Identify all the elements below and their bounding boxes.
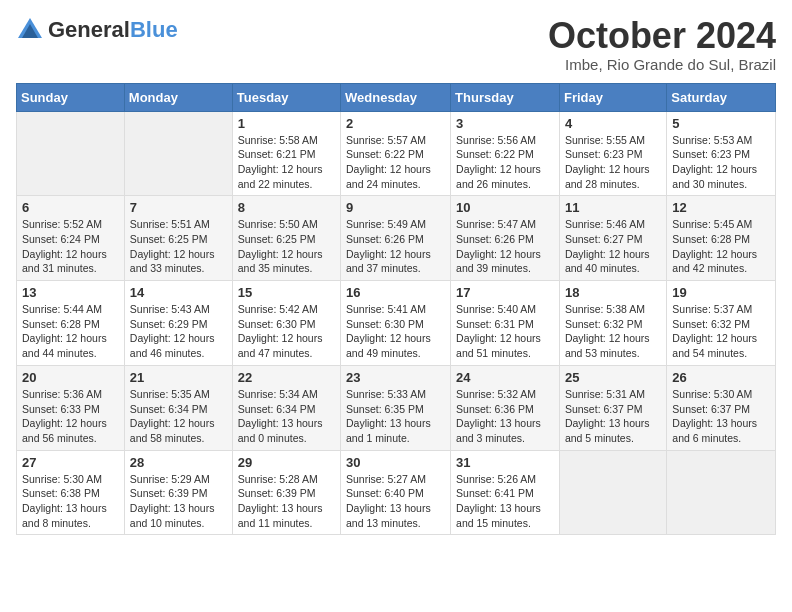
- day-number: 17: [456, 285, 554, 300]
- calendar-day-cell: 4Sunrise: 5:55 AM Sunset: 6:23 PM Daylig…: [559, 111, 666, 196]
- day-of-week-header: Friday: [559, 83, 666, 111]
- calendar-day-cell: 11Sunrise: 5:46 AM Sunset: 6:27 PM Dayli…: [559, 196, 666, 281]
- day-number: 18: [565, 285, 661, 300]
- day-of-week-header: Wednesday: [341, 83, 451, 111]
- day-number: 11: [565, 200, 661, 215]
- day-number: 19: [672, 285, 770, 300]
- day-of-week-header: Saturday: [667, 83, 776, 111]
- day-info: Sunrise: 5:29 AM Sunset: 6:39 PM Dayligh…: [130, 473, 215, 529]
- day-info: Sunrise: 5:52 AM Sunset: 6:24 PM Dayligh…: [22, 218, 107, 274]
- day-info: Sunrise: 5:44 AM Sunset: 6:28 PM Dayligh…: [22, 303, 107, 359]
- day-number: 16: [346, 285, 445, 300]
- day-info: Sunrise: 5:53 AM Sunset: 6:23 PM Dayligh…: [672, 134, 757, 190]
- day-number: 21: [130, 370, 227, 385]
- day-of-week-header: Tuesday: [232, 83, 340, 111]
- day-info: Sunrise: 5:58 AM Sunset: 6:21 PM Dayligh…: [238, 134, 323, 190]
- day-number: 4: [565, 116, 661, 131]
- day-number: 25: [565, 370, 661, 385]
- day-info: Sunrise: 5:43 AM Sunset: 6:29 PM Dayligh…: [130, 303, 215, 359]
- calendar-week-row: 20Sunrise: 5:36 AM Sunset: 6:33 PM Dayli…: [17, 365, 776, 450]
- day-number: 31: [456, 455, 554, 470]
- title-area: October 2024 Imbe, Rio Grande do Sul, Br…: [548, 16, 776, 73]
- day-number: 5: [672, 116, 770, 131]
- day-number: 1: [238, 116, 335, 131]
- day-number: 26: [672, 370, 770, 385]
- day-info: Sunrise: 5:57 AM Sunset: 6:22 PM Dayligh…: [346, 134, 431, 190]
- calendar-day-cell: [17, 111, 125, 196]
- day-number: 9: [346, 200, 445, 215]
- day-number: 7: [130, 200, 227, 215]
- calendar-day-cell: 14Sunrise: 5:43 AM Sunset: 6:29 PM Dayli…: [124, 281, 232, 366]
- day-info: Sunrise: 5:38 AM Sunset: 6:32 PM Dayligh…: [565, 303, 650, 359]
- day-info: Sunrise: 5:45 AM Sunset: 6:28 PM Dayligh…: [672, 218, 757, 274]
- day-number: 28: [130, 455, 227, 470]
- calendar-day-cell: 3Sunrise: 5:56 AM Sunset: 6:22 PM Daylig…: [451, 111, 560, 196]
- calendar-day-cell: 8Sunrise: 5:50 AM Sunset: 6:25 PM Daylig…: [232, 196, 340, 281]
- calendar-day-cell: 21Sunrise: 5:35 AM Sunset: 6:34 PM Dayli…: [124, 365, 232, 450]
- day-info: Sunrise: 5:34 AM Sunset: 6:34 PM Dayligh…: [238, 388, 323, 444]
- day-info: Sunrise: 5:33 AM Sunset: 6:35 PM Dayligh…: [346, 388, 431, 444]
- day-number: 15: [238, 285, 335, 300]
- day-number: 30: [346, 455, 445, 470]
- calendar-day-cell: 20Sunrise: 5:36 AM Sunset: 6:33 PM Dayli…: [17, 365, 125, 450]
- day-number: 12: [672, 200, 770, 215]
- day-info: Sunrise: 5:41 AM Sunset: 6:30 PM Dayligh…: [346, 303, 431, 359]
- day-info: Sunrise: 5:32 AM Sunset: 6:36 PM Dayligh…: [456, 388, 541, 444]
- day-info: Sunrise: 5:46 AM Sunset: 6:27 PM Dayligh…: [565, 218, 650, 274]
- calendar-day-cell: 27Sunrise: 5:30 AM Sunset: 6:38 PM Dayli…: [17, 450, 125, 535]
- calendar-body: 1Sunrise: 5:58 AM Sunset: 6:21 PM Daylig…: [17, 111, 776, 535]
- calendar-day-cell: 25Sunrise: 5:31 AM Sunset: 6:37 PM Dayli…: [559, 365, 666, 450]
- logo-blue: Blue: [130, 17, 178, 42]
- day-of-week-header: Thursday: [451, 83, 560, 111]
- calendar-day-cell: 9Sunrise: 5:49 AM Sunset: 6:26 PM Daylig…: [341, 196, 451, 281]
- day-info: Sunrise: 5:40 AM Sunset: 6:31 PM Dayligh…: [456, 303, 541, 359]
- day-number: 6: [22, 200, 119, 215]
- day-info: Sunrise: 5:55 AM Sunset: 6:23 PM Dayligh…: [565, 134, 650, 190]
- day-info: Sunrise: 5:31 AM Sunset: 6:37 PM Dayligh…: [565, 388, 650, 444]
- day-info: Sunrise: 5:36 AM Sunset: 6:33 PM Dayligh…: [22, 388, 107, 444]
- day-info: Sunrise: 5:28 AM Sunset: 6:39 PM Dayligh…: [238, 473, 323, 529]
- calendar-day-cell: [667, 450, 776, 535]
- calendar-day-cell: 12Sunrise: 5:45 AM Sunset: 6:28 PM Dayli…: [667, 196, 776, 281]
- day-number: 27: [22, 455, 119, 470]
- day-of-week-header: Sunday: [17, 83, 125, 111]
- calendar-day-cell: 31Sunrise: 5:26 AM Sunset: 6:41 PM Dayli…: [451, 450, 560, 535]
- day-of-week-header: Monday: [124, 83, 232, 111]
- day-number: 14: [130, 285, 227, 300]
- calendar-day-cell: 23Sunrise: 5:33 AM Sunset: 6:35 PM Dayli…: [341, 365, 451, 450]
- day-number: 29: [238, 455, 335, 470]
- month-title: October 2024: [548, 16, 776, 56]
- calendar-day-cell: 15Sunrise: 5:42 AM Sunset: 6:30 PM Dayli…: [232, 281, 340, 366]
- calendar-day-cell: 13Sunrise: 5:44 AM Sunset: 6:28 PM Dayli…: [17, 281, 125, 366]
- calendar-day-cell: 16Sunrise: 5:41 AM Sunset: 6:30 PM Dayli…: [341, 281, 451, 366]
- calendar-day-cell: 28Sunrise: 5:29 AM Sunset: 6:39 PM Dayli…: [124, 450, 232, 535]
- day-info: Sunrise: 5:42 AM Sunset: 6:30 PM Dayligh…: [238, 303, 323, 359]
- calendar-day-cell: 29Sunrise: 5:28 AM Sunset: 6:39 PM Dayli…: [232, 450, 340, 535]
- location-title: Imbe, Rio Grande do Sul, Brazil: [548, 56, 776, 73]
- calendar-day-cell: 18Sunrise: 5:38 AM Sunset: 6:32 PM Dayli…: [559, 281, 666, 366]
- calendar-week-row: 6Sunrise: 5:52 AM Sunset: 6:24 PM Daylig…: [17, 196, 776, 281]
- day-number: 10: [456, 200, 554, 215]
- calendar-day-cell: [124, 111, 232, 196]
- calendar-day-cell: 24Sunrise: 5:32 AM Sunset: 6:36 PM Dayli…: [451, 365, 560, 450]
- logo: GeneralBlue: [16, 16, 178, 44]
- calendar-week-row: 27Sunrise: 5:30 AM Sunset: 6:38 PM Dayli…: [17, 450, 776, 535]
- calendar-week-row: 13Sunrise: 5:44 AM Sunset: 6:28 PM Dayli…: [17, 281, 776, 366]
- calendar-day-cell: 19Sunrise: 5:37 AM Sunset: 6:32 PM Dayli…: [667, 281, 776, 366]
- day-info: Sunrise: 5:47 AM Sunset: 6:26 PM Dayligh…: [456, 218, 541, 274]
- calendar-day-cell: 5Sunrise: 5:53 AM Sunset: 6:23 PM Daylig…: [667, 111, 776, 196]
- day-number: 8: [238, 200, 335, 215]
- day-number: 23: [346, 370, 445, 385]
- calendar-day-cell: 10Sunrise: 5:47 AM Sunset: 6:26 PM Dayli…: [451, 196, 560, 281]
- calendar-day-cell: 1Sunrise: 5:58 AM Sunset: 6:21 PM Daylig…: [232, 111, 340, 196]
- day-number: 13: [22, 285, 119, 300]
- day-info: Sunrise: 5:56 AM Sunset: 6:22 PM Dayligh…: [456, 134, 541, 190]
- logo-general: General: [48, 17, 130, 42]
- calendar-week-row: 1Sunrise: 5:58 AM Sunset: 6:21 PM Daylig…: [17, 111, 776, 196]
- calendar-header-row: SundayMondayTuesdayWednesdayThursdayFrid…: [17, 83, 776, 111]
- day-info: Sunrise: 5:30 AM Sunset: 6:38 PM Dayligh…: [22, 473, 107, 529]
- calendar-day-cell: 2Sunrise: 5:57 AM Sunset: 6:22 PM Daylig…: [341, 111, 451, 196]
- day-number: 2: [346, 116, 445, 131]
- calendar-day-cell: [559, 450, 666, 535]
- day-number: 3: [456, 116, 554, 131]
